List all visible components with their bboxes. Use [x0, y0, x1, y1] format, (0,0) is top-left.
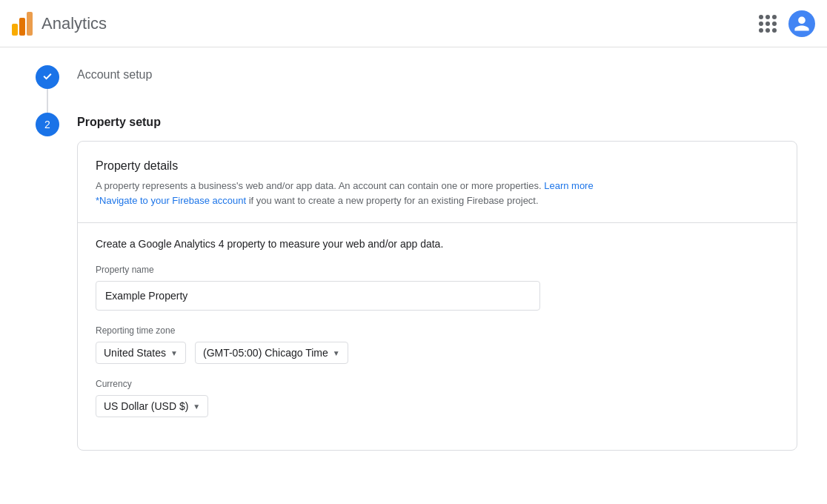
main-content: Account setup 2 Property setup Property … [0, 47, 827, 468]
step-2-content: Property setup Property details A proper… [65, 113, 797, 451]
description-text-2: if you want to create a new property for… [246, 195, 539, 206]
step-1-left [30, 65, 65, 113]
country-dropdown[interactable]: United States ▼ [96, 342, 186, 364]
step-2-number: 2 [44, 119, 50, 130]
currency-label: Currency [96, 379, 779, 389]
timezone-field-group: Reporting time zone United States ▼ (GMT… [96, 325, 779, 364]
step-1-content: Account setup [65, 65, 797, 93]
step-1-circle [36, 65, 59, 89]
setup-steps: Account setup 2 Property setup Property … [30, 65, 797, 451]
google-apps-button[interactable] [753, 9, 783, 39]
timezone-dropdown[interactable]: (GMT-05:00) Chicago Time ▼ [195, 342, 348, 364]
step-1-item: Account setup [30, 65, 797, 113]
currency-dropdown[interactable]: US Dollar (USD $) ▼ [96, 395, 208, 417]
step-2-item: 2 Property setup Property details A prop… [30, 113, 797, 451]
country-dropdown-arrow: ▼ [170, 349, 178, 357]
timezone-value: (GMT-05:00) Chicago Time [203, 347, 328, 359]
property-name-field-group: Property name [96, 265, 779, 311]
step-2-title: Property setup [77, 116, 797, 141]
step-2-circle: 2 [36, 113, 59, 136]
app-header: Analytics [0, 0, 827, 47]
analytics-logo [12, 12, 33, 36]
card-divider [78, 222, 797, 223]
timezone-label: Reporting time zone [96, 325, 779, 336]
property-description: A property represents a business's web a… [96, 179, 779, 208]
property-form: Create a Google Analytics 4 property to … [96, 238, 779, 417]
timezone-dropdown-arrow: ▼ [333, 349, 340, 357]
dot [772, 15, 777, 19]
header-left: Analytics [12, 12, 107, 36]
currency-dropdown-arrow: ▼ [193, 402, 200, 411]
learn-more-link[interactable]: Learn more [544, 180, 593, 191]
property-details-title: Property details [96, 159, 779, 173]
card-header-section: Property details A property represents a… [96, 159, 779, 208]
logo-bar-1 [12, 24, 18, 36]
step-1-title: Account setup [77, 68, 797, 93]
timezone-dropdowns: United States ▼ (GMT-05:00) Chicago Time… [96, 342, 779, 364]
ga4-description: Create a Google Analytics 4 property to … [96, 238, 779, 250]
currency-value: US Dollar (USD $) [104, 400, 188, 412]
dot [772, 21, 777, 26]
property-name-input[interactable] [96, 281, 540, 311]
app-title: Analytics [41, 14, 107, 33]
currency-field-group: Currency US Dollar (USD $) ▼ [96, 379, 779, 417]
dot [759, 28, 763, 33]
dot [772, 28, 777, 33]
user-avatar[interactable] [788, 10, 815, 37]
avatar-icon [793, 15, 811, 33]
dot [765, 21, 770, 26]
step-connector-1 [47, 89, 48, 113]
header-right [753, 9, 815, 39]
property-name-label: Property name [96, 265, 779, 275]
firebase-navigate-link[interactable]: *Navigate to your Firebase account [96, 195, 246, 206]
logo-bar-3 [27, 12, 33, 36]
checkmark-icon [41, 71, 53, 83]
dot [759, 21, 763, 26]
dot [759, 15, 763, 19]
grid-dots-icon [759, 15, 777, 33]
dot [765, 28, 770, 33]
description-text-1: A property represents a business's web a… [96, 180, 542, 191]
logo-bar-2 [19, 18, 25, 36]
property-details-card: Property details A property represents a… [77, 141, 797, 451]
country-value: United States [104, 347, 166, 359]
step-2-left: 2 [30, 113, 65, 136]
dot [765, 15, 770, 19]
